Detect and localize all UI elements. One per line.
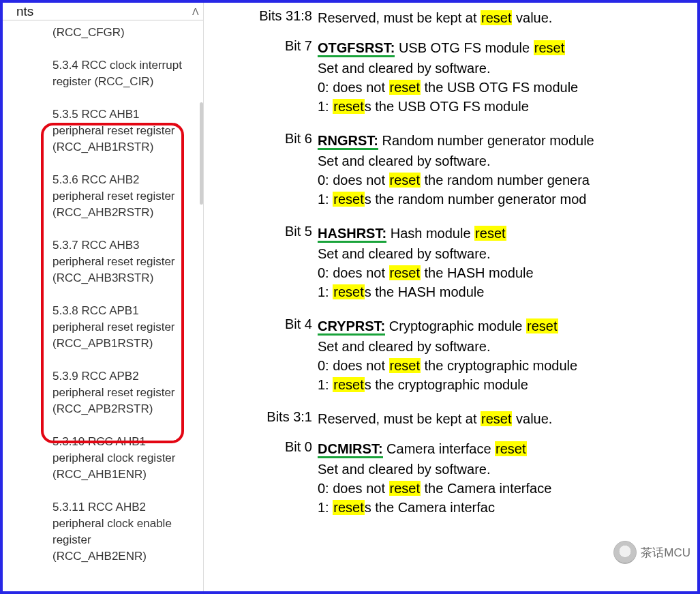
bit-field-name: OTGFSRST: bbox=[318, 40, 395, 57]
highlight-reset: reset bbox=[333, 192, 364, 207]
spacer bbox=[214, 121, 697, 131]
toc-body: (RCC_CFGR) 5.3.4 RCC clock interrupt reg… bbox=[3, 20, 203, 573]
toc-item[interactable]: 5.3.11 RCC AHB2 peripheral clock enable … bbox=[3, 491, 203, 573]
bit-value-0: 0: does not reset the random number gene… bbox=[318, 170, 697, 190]
highlight-reset: reset bbox=[474, 226, 506, 241]
bit-label: Bit 0 bbox=[214, 439, 318, 455]
bit-row: Bits 31:8Reserved, must be kept at reset… bbox=[214, 8, 697, 27]
toc-title-fragment: nts bbox=[16, 4, 33, 19]
bit-label: Bits 3:1 bbox=[214, 409, 318, 425]
bit-setclr: Set and cleared by software. bbox=[318, 460, 697, 479]
bit-setclr: Set and cleared by software. bbox=[318, 151, 697, 170]
collapse-icon[interactable]: ᐱ bbox=[192, 6, 196, 17]
highlight-reset: reset bbox=[333, 377, 364, 392]
bit-label: Bit 5 bbox=[214, 224, 318, 239]
bit-field-name: HASHRST: bbox=[318, 226, 386, 243]
bit-row: Bit 5HASHRST: Hash module reset bbox=[214, 224, 697, 243]
highlight-reset: reset bbox=[389, 358, 421, 373]
highlight-reset: reset bbox=[389, 80, 421, 95]
toc-item[interactable]: 5.3.9 RCC APB2 peripheral reset register… bbox=[3, 360, 203, 426]
bit-field-name: DCMIRST: bbox=[318, 441, 383, 458]
watermark-icon bbox=[613, 541, 637, 564]
highlight-reset: reset bbox=[333, 500, 364, 515]
bit-label: Bit 4 bbox=[214, 316, 318, 332]
bit-value-0: 0: does not reset the HASH module bbox=[318, 263, 697, 282]
spacer bbox=[214, 430, 697, 439]
spacer bbox=[214, 214, 697, 224]
bit-row: Bits 3:1Reserved, must be kept at reset … bbox=[214, 409, 697, 428]
highlight-reset: reset bbox=[534, 40, 565, 55]
spacer bbox=[214, 400, 697, 409]
highlight-reset: reset bbox=[495, 441, 526, 456]
bit-title: OTGFSRST: USB OTG FS module reset bbox=[318, 38, 565, 57]
document-frame: nts ᐱ (RCC_CFGR) 5.3.4 RCC clock interru… bbox=[0, 0, 700, 594]
bit-value-1: 1: resets the random number generator mo… bbox=[318, 190, 697, 209]
spacer bbox=[214, 307, 697, 316]
bit-value-0: 0: does not reset the cryptographic modu… bbox=[318, 356, 697, 375]
bit-setclr: Set and cleared by software. bbox=[318, 59, 697, 78]
highlight-reset: reset bbox=[389, 173, 421, 188]
toc-item[interactable]: 5.3.8 RCC APB1 peripheral reset register… bbox=[3, 295, 203, 360]
bit-field-name: CRYPRST: bbox=[318, 318, 385, 336]
spacer bbox=[214, 522, 697, 532]
bit-title: HASHRST: Hash module reset bbox=[318, 224, 506, 243]
toc-item[interactable]: 5.3.6 RCC AHB2 peripheral reset register… bbox=[3, 164, 203, 229]
highlight-reset: reset bbox=[526, 318, 558, 333]
bit-setclr: Set and cleared by software. bbox=[318, 244, 697, 263]
toc-item[interactable]: 5.3.7 RCC AHB3 peripheral reset register… bbox=[3, 229, 203, 295]
highlight-reset: reset bbox=[389, 481, 421, 496]
watermark: 茶话MCU bbox=[613, 541, 690, 564]
highlight-reset: reset bbox=[481, 411, 512, 426]
bit-value-0: 0: does not reset the USB OTG FS module bbox=[318, 78, 697, 97]
toc-header: nts ᐱ bbox=[3, 3, 203, 20]
bit-value-1: 1: resets the Camera interfac bbox=[318, 498, 697, 517]
bit-title: CRYPRST: Cryptographic module reset bbox=[318, 316, 558, 336]
bit-label: Bit 7 bbox=[214, 38, 318, 54]
bit-value-1: 1: resets the USB OTG FS module bbox=[318, 97, 697, 116]
bit-row: Bit 0DCMIRST: Camera interface reset bbox=[214, 439, 697, 458]
watermark-text: 茶话MCU bbox=[641, 545, 690, 561]
bit-title: Reserved, must be kept at reset value. bbox=[318, 409, 552, 428]
highlight-reset: reset bbox=[333, 284, 364, 299]
highlight-reset: reset bbox=[481, 10, 512, 25]
bit-row: Bit 4CRYPRST: Cryptographic module reset bbox=[214, 316, 697, 336]
bit-value-1: 1: resets the HASH module bbox=[318, 282, 697, 301]
toc-item[interactable]: (RCC_CFGR) bbox=[3, 20, 203, 49]
bit-field-name: RNGRST: bbox=[318, 133, 378, 150]
toc-sidebar: nts ᐱ (RCC_CFGR) 5.3.4 RCC clock interru… bbox=[3, 3, 204, 591]
bit-title: RNGRST: Random number generator module bbox=[318, 131, 594, 150]
toc-item[interactable]: 5.3.4 RCC clock interrupt register (RCC_… bbox=[3, 49, 203, 98]
spacer bbox=[214, 29, 697, 38]
scrollbar-thumb[interactable] bbox=[200, 102, 203, 205]
bit-title: Reserved, must be kept at reset value. bbox=[318, 8, 552, 27]
bit-label: Bit 6 bbox=[214, 131, 318, 147]
bit-setclr: Set and cleared by software. bbox=[318, 337, 697, 356]
highlight-reset: reset bbox=[333, 99, 364, 114]
bit-row: Bit 7OTGFSRST: USB OTG FS module reset bbox=[214, 38, 697, 57]
bit-title: DCMIRST: Camera interface reset bbox=[318, 439, 527, 458]
highlight-reset: reset bbox=[389, 265, 421, 280]
register-description: Bits 31:8Reserved, must be kept at reset… bbox=[214, 3, 697, 591]
toc-item[interactable]: 5.3.10 RCC AHB1 peripheral clock registe… bbox=[3, 426, 203, 491]
bit-value-0: 0: does not reset the Camera interface bbox=[318, 479, 697, 498]
bit-row: Bit 6RNGRST: Random number generator mod… bbox=[214, 131, 697, 150]
toc-item[interactable]: 5.3.5 RCC AHB1 peripheral reset register… bbox=[3, 98, 203, 164]
bit-label: Bits 31:8 bbox=[214, 8, 318, 24]
bit-value-1: 1: resets the cryptographic module bbox=[318, 375, 697, 394]
